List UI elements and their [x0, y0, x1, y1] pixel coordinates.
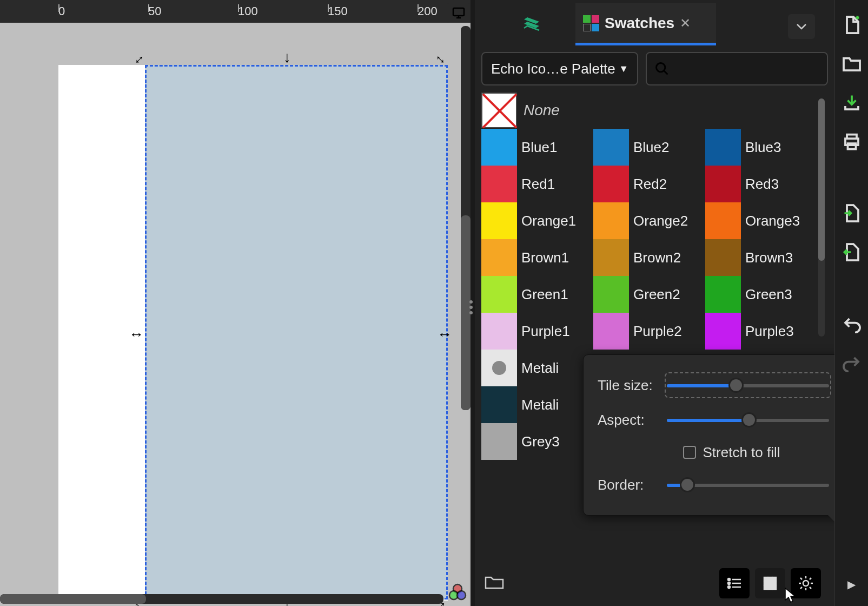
- swatch-chip: [593, 276, 629, 313]
- list-view-button[interactable]: [719, 568, 750, 598]
- scrollbar-thumb[interactable]: [818, 98, 825, 261]
- color-profile-icon[interactable]: [448, 583, 467, 603]
- tile-size-slider[interactable]: [667, 374, 829, 396]
- tab-label: Swatches: [605, 15, 674, 32]
- swatch-label: Purple3: [745, 323, 794, 340]
- swatch-label: Green1: [521, 286, 568, 303]
- resize-handle-n[interactable]: ↓: [283, 49, 291, 66]
- save-icon[interactable]: [842, 93, 862, 113]
- right-toolbar: ▶: [834, 0, 868, 606]
- swatch-item[interactable]: Orange2: [593, 202, 705, 239]
- tab-close-button[interactable]: ✕: [680, 16, 691, 31]
- swatch-label: Brown1: [521, 249, 569, 266]
- redo-icon[interactable]: [842, 353, 862, 372]
- scrollbar-thumb[interactable]: [0, 594, 146, 604]
- resize-handle-e[interactable]: ↔: [437, 326, 452, 343]
- swatch-item[interactable]: Blue3: [705, 129, 817, 166]
- swatch-label: Red1: [521, 176, 555, 193]
- swatch-item[interactable]: Purple2: [593, 313, 705, 350]
- swatch-item[interactable]: Blue2: [593, 129, 705, 166]
- svg-point-17: [803, 581, 809, 586]
- palette-search-row: Echo Ico…e Palette ▼: [475, 49, 834, 92]
- swatch-chip: [705, 129, 741, 166]
- horizontal-scrollbar[interactable]: [0, 594, 443, 604]
- stretch-checkbox[interactable]: [683, 446, 696, 459]
- swatch-item[interactable]: Orange3: [705, 202, 817, 239]
- svg-point-4: [657, 63, 665, 72]
- svg-rect-15: [768, 586, 772, 589]
- import-icon[interactable]: [842, 203, 862, 223]
- swatch-none[interactable]: None: [481, 92, 817, 129]
- swatch-item[interactable]: Red2: [593, 166, 705, 202]
- expand-toolbar-icon[interactable]: ▶: [847, 578, 856, 591]
- swatch-chip: [705, 313, 741, 350]
- swatch-label: Red2: [633, 176, 667, 193]
- swatch-item[interactable]: Green1: [481, 276, 593, 313]
- swatch-item[interactable]: Purple1: [481, 313, 593, 350]
- grid-view-button[interactable]: [755, 568, 785, 598]
- stretch-label: Stretch to fill: [703, 444, 780, 461]
- swatch-item[interactable]: Grey3: [481, 423, 593, 460]
- panel-drag-handle[interactable]: [468, 300, 474, 319]
- swatch-item[interactable]: Purple3: [705, 313, 817, 350]
- svg-rect-9: [768, 577, 772, 581]
- swatch-item[interactable]: Metali: [481, 350, 593, 386]
- panel-menu-button[interactable]: [788, 14, 815, 39]
- swatch-label: Green3: [745, 286, 792, 303]
- tile-size-label: Tile size:: [598, 377, 657, 394]
- aspect-slider[interactable]: [667, 409, 829, 431]
- swatch-label: Purple1: [521, 323, 570, 340]
- swatch-item[interactable]: Red3: [705, 166, 817, 202]
- swatch-chip: [593, 166, 629, 202]
- swatch-item[interactable]: Brown3: [705, 239, 817, 276]
- swatch-item[interactable]: Red1: [481, 166, 593, 202]
- svg-rect-12: [768, 582, 772, 585]
- swatch-label: Orange2: [633, 213, 688, 229]
- svg-rect-11: [764, 582, 767, 585]
- swatch-label: Grey3: [521, 433, 560, 450]
- swatch-bottom-toolbar: [475, 561, 831, 606]
- border-label: Border:: [598, 477, 657, 493]
- swatch-item[interactable]: Brown2: [593, 239, 705, 276]
- svg-rect-14: [764, 586, 767, 589]
- canvas-viewport[interactable]: ↔ ↓ ↔ ↔ ↔ ↔ ↑ ↔: [0, 23, 469, 606]
- swatch-search-input[interactable]: [646, 52, 828, 85]
- swatch-item[interactable]: Metali: [481, 386, 593, 423]
- undo-icon[interactable]: [842, 314, 862, 333]
- new-document-icon[interactable]: [842, 15, 862, 35]
- swatch-label: Orange1: [521, 213, 576, 229]
- resize-handle-w[interactable]: ↔: [129, 326, 144, 343]
- swatches-panel: Swatches ✕ Echo Ico…e Palette ▼ None Blu…: [475, 0, 834, 606]
- swatch-chip: [481, 129, 517, 166]
- print-icon[interactable]: [842, 132, 862, 152]
- swatch-item[interactable]: Brown1: [481, 239, 593, 276]
- swatch-label: Blue3: [745, 139, 781, 156]
- palette-dropdown[interactable]: Echo Ico…e Palette ▼: [481, 52, 638, 85]
- display-toggle-icon[interactable]: [447, 3, 471, 23]
- settings-button[interactable]: [791, 568, 821, 598]
- tab-inactive[interactable]: [513, 10, 551, 38]
- vertical-scrollbar[interactable]: [461, 26, 471, 410]
- aspect-label: Aspect:: [598, 412, 657, 429]
- swatch-item[interactable]: Green3: [705, 276, 817, 313]
- canvas-area: 0 50 100 150 200 ↔ ↓ ↔ ↔ ↔ ↔ ↑ ↔: [0, 0, 471, 606]
- export-icon[interactable]: [842, 242, 862, 262]
- tab-swatches[interactable]: Swatches ✕: [575, 3, 716, 45]
- selection-rectangle[interactable]: [145, 65, 448, 600]
- swatch-label: Brown2: [633, 249, 681, 266]
- swatch-item[interactable]: Blue1: [481, 129, 593, 166]
- panel-tab-bar: Swatches ✕: [475, 0, 834, 49]
- swatch-label: Red3: [745, 176, 779, 193]
- swatch-label: Metali: [521, 360, 559, 377]
- open-folder-icon[interactable]: [842, 54, 862, 74]
- swatch-item[interactable]: Orange1: [481, 202, 593, 239]
- border-slider[interactable]: [667, 474, 829, 496]
- swatch-chip: [481, 166, 517, 202]
- swatch-chip: [481, 386, 517, 423]
- svg-rect-16: [773, 586, 776, 589]
- ruler-tick: 150: [328, 4, 348, 18]
- open-folder-button[interactable]: [485, 574, 504, 592]
- ruler-horizontal[interactable]: 0 50 100 150 200: [0, 0, 471, 23]
- swatch-scrollbar[interactable]: [818, 98, 825, 337]
- swatch-item[interactable]: Green2: [593, 276, 705, 313]
